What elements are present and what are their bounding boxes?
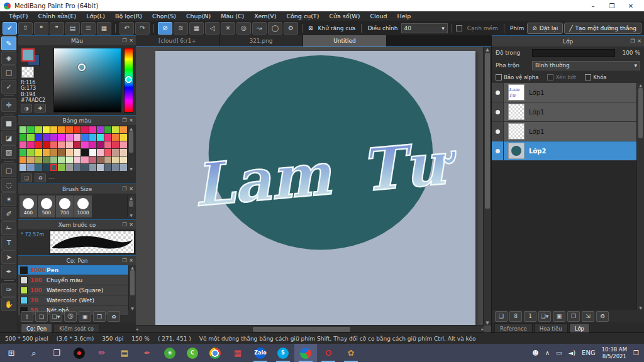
layer-row[interactable]: Lam Tư Lớp1: [492, 83, 636, 102]
hand-tool[interactable]: ✋: [1, 297, 16, 311]
palette-swatch[interactable]: [58, 149, 65, 156]
brush-tool[interactable]: ✎: [1, 36, 16, 50]
snap-off-button[interactable]: ⊘: [158, 22, 172, 35]
taskbar-clock[interactable]: 10:38 AM 8/5/2021: [602, 346, 627, 359]
close-button[interactable]: ✕: [621, 3, 640, 9]
menu-item[interactable]: Chọn(S): [147, 13, 181, 19]
palette-swatch[interactable]: [104, 149, 111, 156]
layer-row[interactable]: Lớp1: [492, 102, 636, 122]
palette-swatch[interactable]: [43, 156, 50, 163]
correction-dropdown[interactable]: 40 ▾: [401, 23, 448, 33]
popout-icon[interactable]: ❐: [122, 38, 126, 43]
brush-size-option[interactable]: 400: [19, 195, 37, 217]
people-icon[interactable]: ☻: [532, 349, 538, 356]
checkbox[interactable]: [547, 74, 553, 80]
palette-swatch[interactable]: [35, 126, 42, 133]
menu-item[interactable]: Xem(V): [249, 13, 281, 19]
layer-merge-button[interactable]: ⇲: [582, 311, 594, 322]
chat-button[interactable]: ❞: [50, 22, 64, 35]
antialias-label[interactable]: Khử răng cưa: [318, 25, 356, 31]
select-eraser-tool[interactable]: ✁: [1, 221, 16, 235]
brush-list-item[interactable]: 100 Chuyển màu: [18, 275, 128, 285]
layer-visibility-toggle[interactable]: [492, 102, 504, 121]
layer-add-menu-button[interactable]: ❏▾: [538, 311, 551, 322]
palette-swatch[interactable]: [81, 134, 88, 141]
palette-swatch[interactable]: [58, 164, 65, 171]
palette-swatch[interactable]: [19, 134, 26, 141]
scrollbar-thumb[interactable]: [253, 327, 350, 332]
palette-swatch[interactable]: [66, 149, 73, 156]
tray-expand-icon[interactable]: ∧: [545, 349, 550, 356]
palette-swatch[interactable]: [97, 141, 104, 148]
scroll-down-icon[interactable]: ▼: [130, 167, 133, 171]
rect-tool[interactable]: □: [1, 65, 16, 79]
brush-list-scrollbar[interactable]: ▲ ▼: [128, 265, 136, 310]
palette-swatch[interactable]: [50, 141, 57, 148]
pen-tool[interactable]: ✒: [1, 265, 16, 278]
transparent-color-swatch[interactable]: [21, 67, 34, 78]
document-tab[interactable]: [cloud] 6:r1+: [136, 35, 219, 47]
palette-swatch[interactable]: [97, 164, 104, 171]
snap-radial-button[interactable]: ✳: [221, 22, 235, 35]
palette-swatch[interactable]: [19, 156, 26, 163]
close-icon[interactable]: ✕: [129, 222, 133, 228]
recorder-app[interactable]: ●: [68, 344, 91, 362]
foreground-color-swatch[interactable]: [21, 48, 35, 62]
palette-swatch[interactable]: [81, 126, 88, 133]
brush-new-button[interactable]: ❏: [35, 311, 48, 322]
palette-swatch[interactable]: [74, 149, 80, 156]
opacity-slider[interactable]: [532, 49, 615, 57]
coccoc-browser[interactable]: C: [181, 344, 204, 362]
palette-swatch[interactable]: [120, 134, 127, 141]
snap-curve-button[interactable]: ↝: [252, 22, 267, 35]
palette-swatch[interactable]: [120, 164, 127, 171]
paint-app[interactable]: ✒: [136, 344, 158, 362]
scroll-down-icon[interactable]: ▼: [131, 306, 134, 310]
redo-button[interactable]: ↷: [135, 22, 150, 35]
move-tool[interactable]: ✛: [1, 98, 16, 112]
sv-marker[interactable]: [78, 63, 86, 71]
palette-swatch[interactable]: [19, 164, 26, 171]
tool-button[interactable]: [4, 280, 14, 281]
text-tool[interactable]: T: [1, 236, 16, 250]
palette-swatch[interactable]: [104, 164, 111, 171]
palette-swatch[interactable]: [89, 149, 96, 156]
canvas-document[interactable]: Lam Tư: [155, 51, 475, 326]
palette-swatch[interactable]: [66, 126, 73, 133]
scroll-up-icon[interactable]: ▲: [131, 265, 134, 270]
brush-size-option[interactable]: 500: [38, 195, 55, 217]
layers-panel-tab[interactable]: Lớp: [569, 323, 590, 333]
palette-swatch[interactable]: [81, 156, 88, 163]
palette-swatch[interactable]: [81, 164, 88, 171]
palette-swatch[interactable]: [27, 134, 34, 141]
palette-swatch[interactable]: [35, 134, 42, 141]
brush-upload-button[interactable]: ⇧: [21, 311, 33, 322]
menu-item[interactable]: Help: [392, 13, 416, 19]
start-button[interactable]: ⊞: [0, 344, 23, 362]
layer-visibility-toggle[interactable]: [492, 141, 504, 160]
palette-swatch[interactable]: [81, 141, 88, 148]
layer-option-checkbox[interactable]: Xén bớt: [547, 74, 576, 80]
palette-swatch[interactable]: [43, 149, 50, 156]
snap-vanishing-button[interactable]: ◁: [205, 22, 219, 35]
tool-button[interactable]: [4, 114, 14, 114]
operation-tool[interactable]: ➤: [1, 250, 16, 264]
palette-swatch[interactable]: [89, 134, 96, 141]
magic-wand-tool[interactable]: ✶: [1, 192, 16, 206]
curve-tool[interactable]: ✓: [1, 80, 16, 94]
pencil-app[interactable]: ✏: [91, 344, 113, 362]
palette-swatch[interactable]: [97, 134, 104, 141]
brush-new-menu-button[interactable]: ❏▾: [50, 311, 62, 322]
reset-button[interactable]: ⊘ Đặt lại: [527, 23, 563, 34]
grid-edit-button[interactable]: ▦: [97, 22, 111, 35]
antialias-icon[interactable]: ⊠: [308, 25, 313, 31]
brush-duplicate-button[interactable]: ❐: [93, 311, 106, 322]
canvas-viewport[interactable]: Lam Tư ▲ ▼ ◂ ▸: [136, 47, 491, 333]
palette-swatch[interactable]: [50, 156, 57, 163]
scroll-up-icon[interactable]: ▲: [486, 47, 489, 52]
brush-list-item[interactable]: 70 Watercolor (Wet): [18, 295, 128, 305]
minimize-button[interactable]: –: [584, 3, 602, 9]
pen-input-icon[interactable]: ▭: [556, 349, 562, 356]
palette-swatch[interactable]: [89, 156, 96, 163]
palette-swatch[interactable]: [104, 126, 111, 133]
